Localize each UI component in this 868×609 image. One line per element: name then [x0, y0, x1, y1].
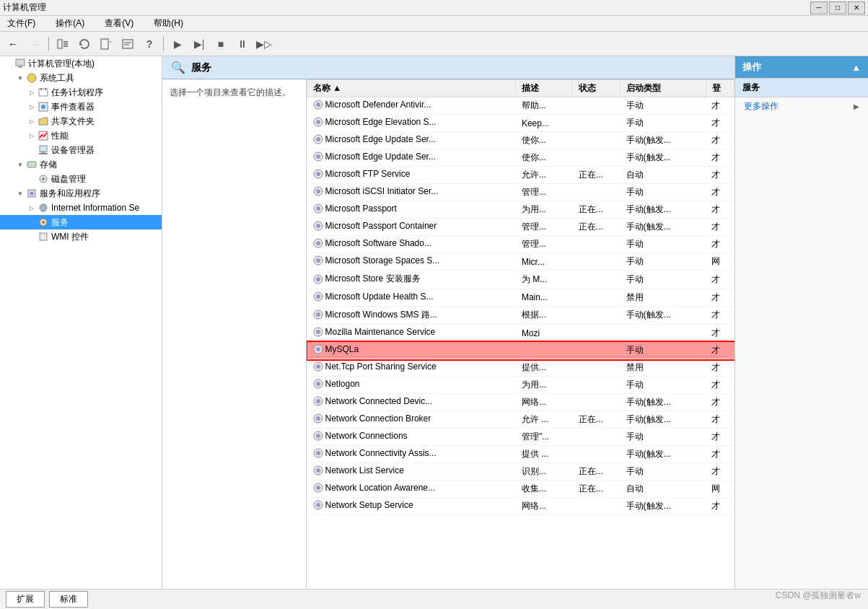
service-status-cell: 正在...: [573, 167, 621, 184]
tree-item-9[interactable]: ▼服务和应用程序: [0, 186, 162, 201]
table-row[interactable]: Microsoft Defender Antivir...帮助...手动才: [307, 97, 735, 115]
tree-label-4: 共享文件夹: [51, 115, 95, 128]
svg-point-39: [316, 154, 320, 159]
properties-button[interactable]: [118, 35, 138, 53]
menu-item-帮助h[interactable]: 帮助(H): [149, 16, 188, 31]
table-row[interactable]: Network Connected Devic...网络...手动(触发...才: [307, 394, 735, 411]
svg-rect-25: [30, 192, 33, 195]
back-button[interactable]: ←: [3, 35, 23, 53]
service-logon-cell: 才: [706, 167, 735, 184]
services-table-container[interactable]: 名称 ▲ 描述 状态 启动类型 登 Microsoft Defender Ant…: [307, 79, 735, 589]
menu-item-文件f[interactable]: 文件(F): [3, 16, 40, 31]
table-row[interactable]: Network Connection Broker允许 ...正在...手动(触…: [307, 411, 735, 429]
tree-item-8[interactable]: 磁盘管理: [0, 172, 162, 186]
service-startup-cell: 手动: [621, 342, 706, 359]
tree-item-2[interactable]: ▷任务计划程序: [0, 85, 162, 100]
service-name-cell: Network Connectivity Assis...: [307, 446, 516, 463]
table-row[interactable]: Microsoft FTP Service允许...正在...自动才: [307, 167, 735, 184]
help-button[interactable]: ?: [139, 35, 159, 53]
service-name-cell: Netlogon: [307, 377, 516, 394]
collapse-icon[interactable]: ▲: [851, 62, 861, 73]
menu-item-操作a[interactable]: 操作(A): [51, 16, 89, 31]
table-row[interactable]: Microsoft Storage Spaces S...Micr...手动网: [307, 253, 735, 271]
refresh-button[interactable]: [74, 35, 95, 53]
table-row[interactable]: MySQLa手动才: [307, 342, 735, 359]
tree-arrow-6: [26, 144, 38, 156]
table-row[interactable]: Network Connections管理"...手动才: [307, 429, 735, 446]
minimize-button[interactable]: ─: [810, 1, 828, 14]
stop-service-button[interactable]: ■: [211, 35, 231, 53]
svg-point-61: [316, 347, 320, 351]
svg-point-71: [316, 434, 320, 438]
maximize-button[interactable]: □: [829, 1, 846, 14]
col-header-desc[interactable]: 描述: [516, 80, 573, 97]
service-icon: [313, 344, 323, 354]
table-row[interactable]: Microsoft Passport为用...正在...手动(触发...才: [307, 201, 735, 219]
table-row[interactable]: Microsoft Software Shado...管理...手动才: [307, 236, 735, 253]
tree-item-10[interactable]: ▷Internet Information Se: [0, 201, 162, 215]
table-row[interactable]: Net.Tcp Port Sharing Service提供...禁用才: [307, 359, 735, 377]
table-row[interactable]: Mozilla Maintenance ServiceMozi才: [307, 325, 735, 342]
table-row[interactable]: Microsoft Store 安装服务为 M...手动才: [307, 271, 735, 289]
tree-item-0[interactable]: 计算机管理(本地): [0, 56, 162, 71]
service-name-cell: Mozilla Maintenance Service: [307, 325, 516, 342]
table-row[interactable]: Microsoft Edge Elevation S...Keep...手动才: [307, 115, 735, 132]
toolbar-sep-2: [163, 37, 164, 51]
close-button[interactable]: ✕: [848, 1, 865, 14]
table-row[interactable]: Microsoft Edge Update Ser...使你...手动(触发..…: [307, 132, 735, 149]
tab-expand[interactable]: 扩展: [6, 591, 45, 608]
table-row[interactable]: Network List Service识别...正在...手动才: [307, 463, 735, 481]
export-button[interactable]: [96, 35, 116, 53]
tree-item-12[interactable]: WMI 控件: [0, 229, 162, 244]
tree-item-7[interactable]: ▼存储: [0, 157, 162, 172]
toolbar: ← → ? ▶ ▶| ■ ⏸ ▶▷: [0, 32, 868, 56]
service-desc-cell: 允许 ...: [516, 411, 573, 429]
start-service2-button[interactable]: ▶|: [189, 35, 209, 53]
watermark: CSDN @孤独测量者w: [776, 590, 861, 602]
service-desc-cell: Mozi: [516, 325, 573, 342]
pause-service-button[interactable]: ⏸: [232, 35, 253, 53]
tree-arrow-1: ▼: [14, 72, 26, 84]
table-row[interactable]: Network Location Awarene...收集...正在...自动网: [307, 481, 735, 498]
title-bar-controls: ─ □ ✕: [810, 1, 865, 14]
service-status-cell: 正在...: [573, 201, 621, 219]
svg-point-67: [316, 399, 320, 403]
service-desc-cell: 管理...: [516, 236, 573, 253]
col-header-startup[interactable]: 启动类型: [621, 80, 706, 97]
table-row[interactable]: Microsoft Windows SMS 路...根据...手动(触发...才: [307, 306, 735, 325]
service-name-cell: Microsoft Windows SMS 路...: [307, 306, 516, 325]
service-startup-cell: 手动: [621, 184, 706, 201]
tree-icon-10: [38, 202, 49, 214]
service-startup-cell: 手动(触发...: [621, 201, 706, 219]
tree-item-6[interactable]: 设备管理器: [0, 143, 162, 157]
col-header-status[interactable]: 状态: [573, 80, 621, 97]
col-header-logon[interactable]: 登: [706, 80, 735, 97]
tree-item-11[interactable]: 服务: [0, 215, 162, 229]
col-header-name[interactable]: 名称 ▲: [307, 80, 516, 97]
tree-item-4[interactable]: ▷共享文件夹: [0, 114, 162, 128]
service-startup-cell: 手动(触发...: [621, 394, 706, 411]
restart-service-button[interactable]: ▶▷: [254, 35, 274, 53]
tree-item-3[interactable]: ▷事件查看器: [0, 100, 162, 114]
show-hide-button[interactable]: [53, 35, 73, 53]
service-status-cell: [573, 271, 621, 289]
tree-item-1[interactable]: ▼系统工具: [0, 71, 162, 85]
tree-label-3: 事件查看器: [51, 101, 95, 113]
svg-point-69: [316, 416, 320, 421]
svg-point-77: [316, 486, 320, 490]
table-row[interactable]: Microsoft iSCSI Initiator Ser...管理...手动才: [307, 184, 735, 201]
tree-arrow-4: ▷: [26, 115, 38, 127]
start-service-button[interactable]: ▶: [167, 35, 188, 53]
table-row[interactable]: Network Connectivity Assis...提供 ...手动(触发…: [307, 446, 735, 463]
table-row[interactable]: Network Setup Service网络...手动(触发...才: [307, 498, 735, 515]
table-row[interactable]: Netlogon为用...手动才: [307, 377, 735, 394]
service-desc-cell: 收集...: [516, 481, 573, 498]
table-row[interactable]: Microsoft Edge Update Ser...使你...手动(触发..…: [307, 149, 735, 167]
table-row[interactable]: Microsoft Update Health S...Main...禁用才: [307, 289, 735, 306]
service-name-cell: Microsoft Edge Update Ser...: [307, 132, 516, 149]
tree-item-5[interactable]: ▷性能: [0, 128, 162, 143]
more-actions-item[interactable]: 更多操作 ▶: [735, 97, 868, 115]
menu-item-查看v[interactable]: 查看(V): [100, 16, 138, 31]
tab-standard[interactable]: 标准: [49, 591, 88, 608]
table-row[interactable]: Microsoft Passport Container管理...正在...手动…: [307, 219, 735, 236]
